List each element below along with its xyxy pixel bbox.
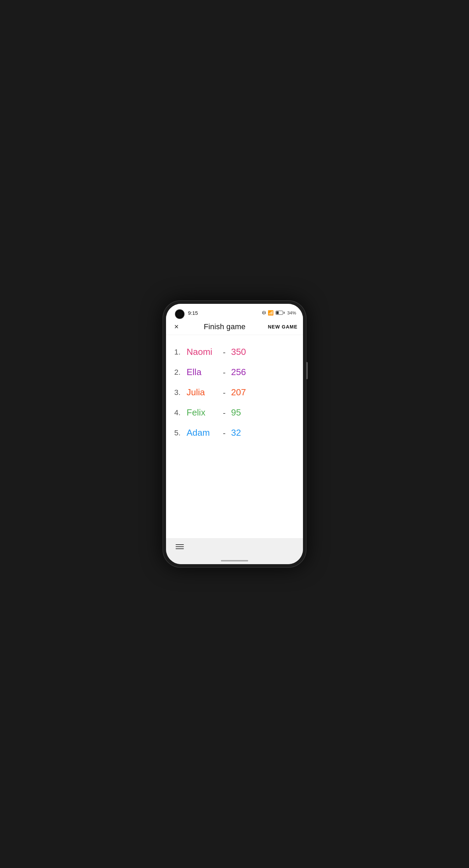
score-name: Felix	[187, 407, 217, 418]
wifi-icon: 📶	[268, 310, 274, 315]
status-icons: 📶 34%	[262, 310, 296, 315]
hamburger-button[interactable]	[174, 543, 185, 550]
score-rank: 5.	[174, 429, 187, 437]
score-dash: -	[223, 428, 226, 438]
home-indicator	[166, 559, 303, 564]
bottom-nav	[166, 538, 303, 559]
scores-list: 1.Naomi-3502.Ella-2563.Julia-2074.Felix-…	[166, 335, 303, 538]
vibrate-icon	[262, 311, 266, 315]
new-game-button[interactable]: NEW GAME	[268, 323, 297, 331]
battery-percent: 34%	[287, 310, 296, 315]
hamburger-line-3	[176, 548, 184, 549]
battery-icon	[276, 311, 284, 315]
home-bar	[221, 560, 248, 561]
score-name: Julia	[187, 387, 217, 398]
score-row: 5.Adam-32	[174, 423, 295, 443]
score-value: 95	[231, 407, 241, 418]
phone-screen: 9:15 📶 34%	[166, 304, 303, 564]
score-row: 3.Julia-207	[174, 382, 295, 402]
page-title: Finish game	[181, 322, 268, 331]
score-dash: -	[223, 347, 226, 357]
score-name: Adam	[187, 427, 217, 438]
close-button[interactable]: ×	[172, 322, 181, 332]
score-rank: 3.	[174, 388, 187, 397]
camera-lens	[176, 310, 184, 318]
score-rank: 2.	[174, 368, 187, 377]
status-time: 9:15	[188, 310, 198, 316]
score-row: 2.Ella-256	[174, 362, 295, 382]
hamburger-line-1	[176, 544, 184, 545]
score-row: 1.Naomi-350	[174, 342, 295, 362]
phone-frame: 9:15 📶 34%	[163, 300, 306, 568]
score-rank: 4.	[174, 408, 187, 417]
score-rank: 1.	[174, 348, 187, 357]
status-bar: 9:15 📶 34%	[166, 304, 303, 319]
score-name: Naomi	[187, 347, 217, 357]
hamburger-line-2	[176, 546, 184, 547]
score-name: Ella	[187, 367, 217, 377]
score-row: 4.Felix-95	[174, 402, 295, 423]
score-value: 207	[231, 387, 246, 398]
score-dash: -	[223, 368, 226, 377]
score-dash: -	[223, 408, 226, 418]
score-value: 350	[231, 347, 246, 357]
app-bar: × Finish game NEW GAME	[166, 319, 303, 335]
score-value: 32	[231, 427, 241, 438]
score-dash: -	[223, 388, 226, 397]
score-value: 256	[231, 367, 246, 377]
volume-button	[306, 362, 308, 379]
